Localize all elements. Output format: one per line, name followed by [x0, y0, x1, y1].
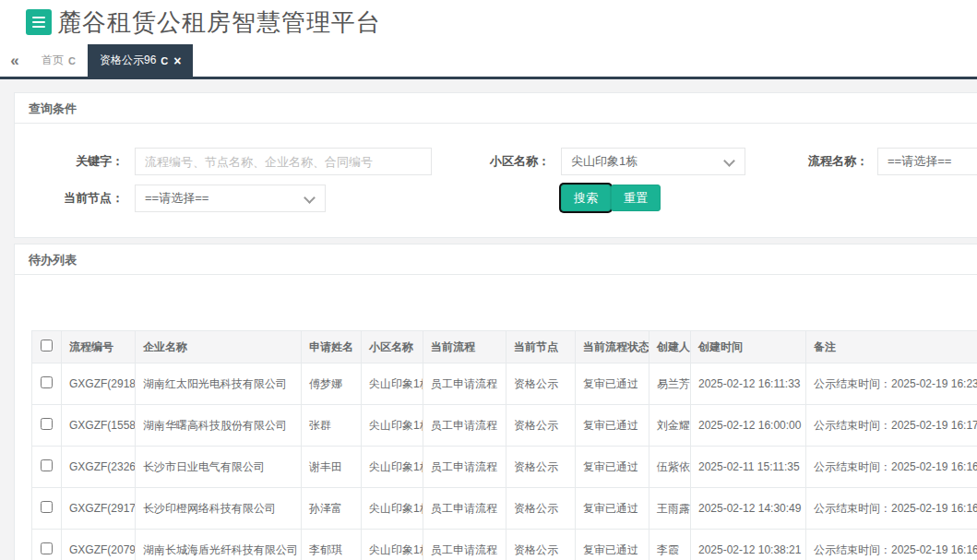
select-all-checkbox[interactable] [41, 340, 53, 351]
cell-created: 2025-02-12 16:11:33 [691, 363, 806, 405]
query-form: 关键字： 小区名称： 尖山印象1栋 流程名称： ==请选择== 当前节点： ==… [15, 124, 977, 237]
cell-creator: 刘金耀 [649, 405, 691, 447]
cell-applicant: 李郁琪 [302, 530, 362, 560]
cell-flow: 员工申请流程 [423, 447, 506, 488]
cell-company: 湖南长城海盾光纤科技有限公司 [136, 530, 302, 560]
column-header: 创建人 [649, 331, 691, 363]
cell-status: 复审已通过 [576, 363, 649, 405]
cell-status: 复审已通过 [576, 405, 649, 447]
column-header: 流程编号 [62, 331, 136, 363]
cell-flow: 员工申请流程 [423, 530, 506, 560]
column-header: 备注 [806, 331, 977, 363]
cell-status: 复审已通过 [576, 530, 649, 560]
community-select-value: 尖山印象1栋 [571, 154, 637, 168]
community-select[interactable]: 尖山印象1栋 [561, 148, 745, 175]
row-checkbox[interactable] [41, 376, 53, 388]
keyword-input[interactable] [135, 148, 432, 175]
column-header: 企业名称 [136, 331, 302, 363]
cell-flow: 员工申请流程 [423, 405, 506, 447]
cell-node: 资格公示 [506, 363, 576, 405]
cell-remark: 公示结束时间：2025-02-19 16:23:43 [806, 363, 977, 405]
hamburger-icon [32, 17, 45, 18]
cell-remark: 公示结束时间：2025-02-19 16:16:35 [806, 530, 977, 560]
cell-flow: 员工申请流程 [423, 488, 506, 530]
cell-created: 2025-02-12 14:30:49 [691, 488, 806, 530]
cell-created: 2025-02-11 15:11:35 [691, 447, 806, 488]
cell-community: 尖山印象1栋 [362, 363, 423, 405]
cell-node: 资格公示 [506, 447, 576, 488]
row-checkbox-cell [32, 363, 62, 405]
search-button[interactable]: 搜索 [561, 185, 611, 211]
todo-table-wrapper: 流程编号企业名称申请姓名小区名称当前流程当前节点当前流程状态创建人创建时间备注 … [15, 275, 977, 560]
cell-flow: 员工申请流程 [423, 363, 506, 405]
row-checkbox[interactable] [41, 542, 53, 554]
cell-node: 资格公示 [506, 488, 576, 530]
cell-id: GXGZF(29185) [62, 363, 136, 405]
cell-creator: 李霞 [649, 530, 691, 560]
cell-status: 复审已通过 [576, 488, 649, 530]
community-label: 小区名称： [411, 155, 550, 168]
row-checkbox-cell [32, 530, 62, 560]
close-tab-icon[interactable]: × [173, 54, 181, 67]
process-select-value: ==请选择== [888, 154, 951, 168]
table-header-row: 流程编号企业名称申请姓名小区名称当前流程当前节点当前流程状态创建人创建时间备注 [32, 331, 977, 363]
process-label: 流程名称： [730, 155, 868, 168]
process-select[interactable]: ==请选择== [877, 148, 977, 175]
collapse-tabs-icon[interactable]: « [0, 44, 30, 77]
cell-remark: 公示结束时间：2025-02-19 16:17:06 [806, 405, 977, 447]
cell-company: 湖南华曙高科技股份有限公司 [136, 405, 302, 447]
cell-node: 资格公示 [506, 405, 576, 447]
cell-community: 尖山印象1栋 [362, 488, 423, 530]
cell-creator: 易兰芳 [649, 363, 691, 405]
table-row: GXGZF(29173)长沙印橙网络科技有限公司孙泽富尖山印象1栋员工申请流程资… [32, 488, 977, 530]
cell-applicant: 张群 [302, 405, 362, 447]
node-label: 当前节点： [15, 192, 124, 205]
column-header: 创建时间 [691, 331, 806, 363]
cell-created: 2025-02-12 16:00:00 [691, 405, 806, 447]
page-title: 麓谷租赁公租房智慧管理平台 [57, 6, 381, 39]
todo-panel: 待办列表 流程编号企业名称申请姓名小区名称当前流程当前节点当前流程状态创建人创建… [14, 244, 977, 560]
row-checkbox-cell [32, 405, 62, 447]
cell-remark: 公示结束时间：2025-02-19 16:16:57 [806, 447, 977, 488]
refresh-icon[interactable]: C [68, 55, 76, 66]
tab-home-label: 首页 [42, 53, 64, 68]
cell-applicant: 谢丰田 [302, 447, 362, 488]
tab-qualification-label: 资格公示96 [100, 53, 156, 68]
table-row: GXGZF(29185)湖南红太阳光电科技有限公司傅梦娜尖山印象1栋员工申请流程… [32, 363, 977, 405]
column-header: 当前流程状态 [576, 331, 649, 363]
row-checkbox[interactable] [41, 459, 53, 471]
query-panel-title: 查询条件 [15, 93, 977, 124]
column-header: 小区名称 [362, 331, 423, 363]
todo-table-body: GXGZF(29185)湖南红太阳光电科技有限公司傅梦娜尖山印象1栋员工申请流程… [32, 363, 977, 560]
cell-id: GXGZF(20793) [62, 530, 136, 560]
cell-company: 长沙印橙网络科技有限公司 [136, 488, 302, 530]
row-checkbox[interactable] [41, 418, 53, 430]
table-row: GXGZF(20793)湖南长城海盾光纤科技有限公司李郁琪尖山印象1栋员工申请流… [32, 530, 977, 560]
cell-applicant: 傅梦娜 [302, 363, 362, 405]
row-checkbox-cell [32, 488, 62, 530]
cell-applicant: 孙泽富 [302, 488, 362, 530]
row-checkbox-cell [32, 447, 62, 488]
reset-button[interactable]: 重置 [611, 185, 661, 211]
cell-community: 尖山印象1栋 [362, 405, 423, 447]
cell-id: GXGZF(23261) [62, 447, 136, 488]
cell-community: 尖山印象1栋 [362, 447, 423, 488]
todo-table: 流程编号企业名称申请姓名小区名称当前流程当前节点当前流程状态创建人创建时间备注 … [31, 330, 977, 560]
column-header: 申请姓名 [302, 331, 362, 363]
cell-created: 2025-02-12 10:38:21 [691, 530, 806, 560]
tab-bar: « 首页 C 资格公示96 C × [0, 44, 977, 79]
tab-qualification-publicity[interactable]: 资格公示96 C × [88, 44, 194, 77]
row-checkbox[interactable] [41, 501, 53, 513]
cell-community: 尖山印象1栋 [362, 530, 423, 560]
cell-node: 资格公示 [506, 530, 576, 560]
hamburger-menu-button[interactable] [26, 9, 52, 35]
cell-id: GXGZF(29173) [62, 488, 136, 530]
cell-company: 长沙市日业电气有限公司 [136, 447, 302, 488]
cell-remark: 公示结束时间：2025-02-19 16:16:49 [806, 488, 977, 530]
tab-home[interactable]: 首页 C [30, 44, 88, 77]
main-content: 查询条件 关键字： 小区名称： 尖山印象1栋 流程名称： ==请选择== 当前节… [0, 79, 977, 560]
refresh-icon[interactable]: C [161, 55, 168, 66]
node-select-value: ==请选择== [145, 191, 209, 205]
query-panel: 查询条件 关键字： 小区名称： 尖山印象1栋 流程名称： ==请选择== 当前节… [14, 92, 977, 238]
node-select[interactable]: ==请选择== [135, 185, 326, 212]
